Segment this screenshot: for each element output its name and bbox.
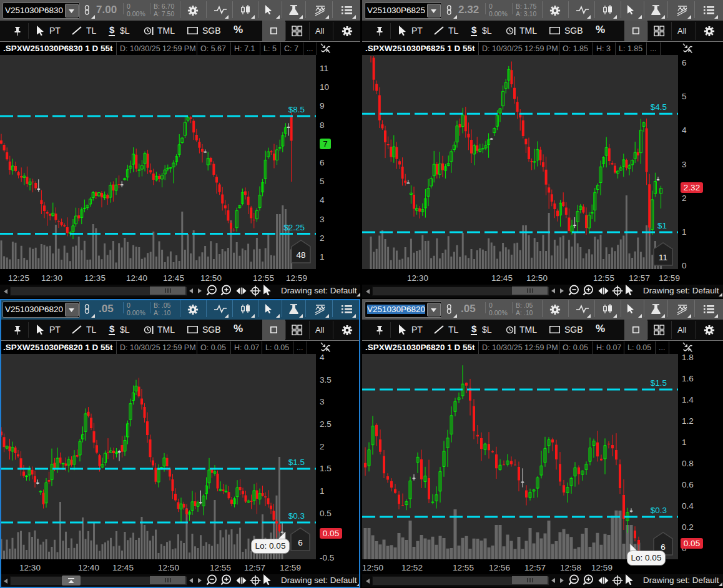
svg-text:48: 48: [296, 250, 305, 260]
svg-text:6: 6: [298, 538, 303, 547]
svg-text:11: 11: [659, 253, 667, 262]
